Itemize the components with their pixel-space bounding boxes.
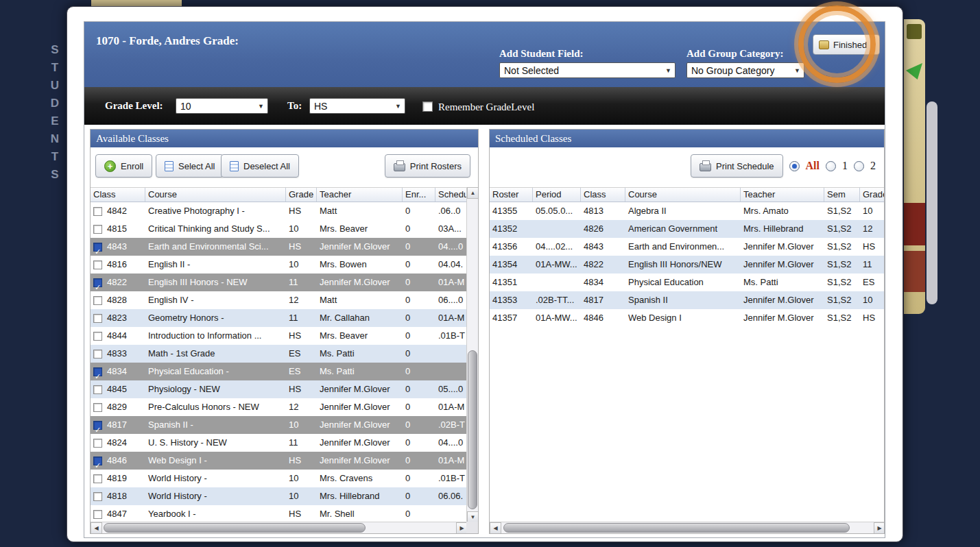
available-class-row[interactable]: 4818World History -10Mrs. Hillebrand006.… [91,487,478,505]
column-header[interactable]: Teacher [317,188,403,202]
available-horizontal-scrollbar[interactable]: ◀ ▶ [91,522,468,533]
scheduled-class-row[interactable]: 4135604....02...4843Earth and Environmen… [490,238,884,256]
available-class-row[interactable]: 4823Geometry Honors -11Mr. Callahan001A-… [91,309,478,327]
available-class-row[interactable]: 4819World History -10Mrs. Cravens0.01B-T [91,470,478,487]
class-checkbox[interactable] [93,403,102,412]
class-checkbox[interactable] [93,332,102,341]
column-header[interactable]: Grade [860,188,885,202]
remember-gradelevel-checkbox[interactable] [422,101,433,112]
available-class-row[interactable]: 4845Physiology - NEWHSJennifer M.Glover0… [91,380,478,398]
column-header[interactable]: Enr... [403,188,435,202]
add-group-category-select[interactable]: No Group Category ▼ [686,62,804,78]
available-class-row[interactable]: 4842Creative Photography I -HSMatt0.06..… [91,202,478,220]
available-class-row[interactable]: 4833Math - 1st GradeESMs. Patti0 [91,345,478,363]
class-checkbox[interactable] [93,350,102,358]
scheduled-class-row[interactable]: 4135401A-MW...4822English III Honors/NEW… [490,256,884,274]
class-checkbox[interactable] [93,243,102,252]
horizontal-scroll-thumb[interactable] [104,523,366,533]
grade-level-select[interactable]: 10 ▼ [176,98,268,114]
grid-cell: Jennifer M.Glover [317,398,403,416]
class-checkbox[interactable] [93,439,102,448]
enroll-button[interactable]: + Enroll [95,154,152,178]
class-checkbox[interactable] [93,296,102,305]
finished-button[interactable]: Finished [813,34,880,55]
scroll-right-arrow[interactable]: ▶ [874,522,885,534]
column-header[interactable]: Teacher [741,188,824,202]
available-class-row[interactable]: 4816English II -10Mrs. Bowen004.04. [91,256,478,274]
class-checkbox[interactable] [93,278,102,287]
available-class-row[interactable]: 4822English III Honors - NEW11Jennifer M… [91,274,478,291]
available-vertical-scrollbar[interactable]: ▲ ▼ [466,187,478,523]
grid-cell: Jennifer M.Glover [317,416,403,434]
available-class-row[interactable]: 4815Critical Thinking and Study S...10Mr… [91,220,478,238]
scheduled-class-row[interactable]: 413514834Physical EducationMs. PattiS1,S… [490,274,884,291]
grid-cell: 4828 [91,291,145,309]
radio-all[interactable] [789,161,800,171]
grid-cell: 4816 [91,256,145,274]
scheduled-class-row[interactable]: 4135701A-MW...4846Web Design IJennifer M… [490,309,884,327]
column-header[interactable]: Course [625,188,741,202]
grid-cell: Ms. Patti [317,363,403,380]
grid-cell: 0 [403,291,435,309]
available-class-row[interactable]: 4834Physical Education -ESMs. Patti0 [91,363,478,380]
add-group-category-value: No Group Category [691,65,774,76]
column-header[interactable]: Roster [490,188,533,202]
grid-cell: Jennifer M.Glover [741,238,824,256]
scheduled-class-row[interactable]: 413524826American GovernmentMrs. Hillebr… [490,220,884,238]
grid-cell: ES [860,274,885,291]
print-rosters-button[interactable]: Print Rosters [385,154,470,178]
available-class-row[interactable]: 4817Spanish II -10Jennifer M.Glover0.02B… [91,416,478,434]
class-checkbox[interactable] [93,510,102,519]
grid-cell: 0 [403,434,435,452]
grid-cell: 0 [403,470,435,487]
class-number: 4828 [107,291,127,309]
available-class-row[interactable]: 4843Earth and Environmental Sci...HSJenn… [91,238,478,256]
column-header[interactable]: Sem [824,188,860,202]
to-select[interactable]: HS ▼ [309,98,405,114]
class-checkbox[interactable] [93,474,102,483]
scroll-left-arrow[interactable]: ◀ [490,522,501,534]
available-class-row[interactable]: 4824U. S. History - NEW11Jennifer M.Glov… [91,434,478,452]
class-checkbox[interactable] [93,421,102,430]
class-number: 4819 [107,470,127,487]
grid-cell: HS [286,452,317,470]
column-header[interactable]: Course [145,188,286,202]
class-checkbox[interactable] [93,492,102,501]
select-all-button[interactable]: Select All [156,154,224,178]
radio-1[interactable] [826,161,836,171]
scheduled-class-row[interactable]: 4135505.05.0...4813Algebra IIMrs. AmatoS… [490,202,884,220]
print-schedule-button[interactable]: Print Schedule [691,154,783,178]
available-class-row[interactable]: 4844Introduction to Information ...HSMrs… [91,327,478,345]
class-checkbox[interactable] [93,225,102,234]
class-checkbox[interactable] [93,314,102,323]
class-checkbox[interactable] [93,457,102,465]
available-class-row[interactable]: 4828English IV -12Matt006....0 [91,291,478,309]
print-schedule-label: Print Schedule [716,161,774,171]
column-header[interactable]: Period [533,188,581,202]
grid-cell: 4846 [91,452,145,470]
deselect-all-button[interactable]: Deselect All [221,154,299,178]
column-header[interactable]: Grade [286,188,317,202]
radio-2[interactable] [854,161,864,171]
class-checkbox[interactable] [93,385,102,394]
scroll-left-arrow[interactable]: ◀ [91,522,102,534]
grid-cell: Mrs. Beaver [317,327,403,345]
class-checkbox[interactable] [93,207,102,216]
scheduled-horizontal-scrollbar[interactable]: ◀ ▶ [490,522,885,533]
column-header[interactable]: Class [91,188,145,202]
grid-cell: S1,S2 [824,238,860,256]
class-checkbox[interactable] [93,260,102,269]
class-checkbox[interactable] [93,367,102,376]
scroll-up-arrow[interactable]: ▲ [467,187,479,199]
horizontal-scroll-thumb[interactable] [503,523,850,533]
vertical-scroll-thumb[interactable] [468,350,477,509]
available-class-row[interactable]: 4846Web Design I -HSJennifer M.Glover001… [91,452,478,470]
available-class-row[interactable]: 4847Yearbook I -HSMr. Shell0 [91,505,478,523]
chevron-down-icon: ▼ [794,67,800,74]
column-header[interactable]: Class [581,188,625,202]
add-student-field-select[interactable]: Not Selected ▼ [499,62,676,78]
background-olive-icon [907,24,922,39]
scheduled-class-row[interactable]: 41353.02B-TT...4817Spanish IIJennifer M.… [490,291,884,309]
print-rosters-label: Print Rosters [410,161,462,171]
available-class-row[interactable]: 4829Pre-Calculus Honors - NEW12Jennifer … [91,398,478,416]
